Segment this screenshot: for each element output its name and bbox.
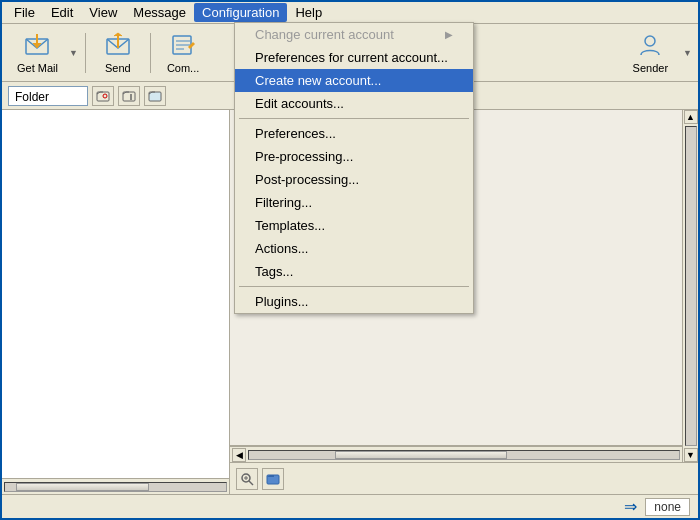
plugins-label: Plugins... [255, 294, 308, 309]
menu-item-actions[interactable]: Actions... [235, 237, 473, 260]
menu-edit[interactable]: Edit [43, 3, 81, 22]
svg-point-8 [645, 36, 655, 46]
submenu-arrow-icon: ▶ [445, 29, 453, 40]
configuration-menu[interactable]: Change current account ▶ Preferences for… [234, 22, 474, 314]
folder-icon-btn-1[interactable] [92, 86, 114, 106]
hscroll-thumb[interactable] [335, 451, 507, 459]
pre-processing-label: Pre-processing... [255, 149, 353, 164]
menu-message[interactable]: Message [125, 3, 194, 22]
menu-item-templates[interactable]: Templates... [235, 214, 473, 237]
svg-line-16 [249, 481, 253, 485]
vertical-scrollbar[interactable]: ▲ ▼ [682, 110, 698, 462]
sender-button[interactable]: Sender [624, 26, 677, 79]
toolbar-sep-2 [150, 33, 151, 73]
menu-item-pre-processing[interactable]: Pre-processing... [235, 145, 473, 168]
get-mail-label: Get Mail [17, 62, 58, 74]
preferences-current-label: Preferences for current account... [255, 50, 448, 65]
create-new-account-label: Create new account... [255, 73, 381, 88]
send-label: Send [105, 62, 131, 74]
statusbar: ⇒ none [2, 494, 698, 518]
vscroll-up-btn[interactable]: ▲ [684, 110, 698, 124]
compose-icon [169, 31, 197, 59]
get-mail-dropdown-arrow[interactable]: ▼ [69, 48, 78, 58]
get-mail-icon [23, 31, 51, 59]
menu-configuration[interactable]: Configuration [194, 3, 287, 22]
hscroll-left-btn[interactable]: ◀ [232, 448, 246, 462]
menu-file[interactable]: File [6, 3, 43, 22]
vscroll-down-btn[interactable]: ▼ [684, 448, 698, 462]
toolbar-sep-1 [85, 33, 86, 73]
tags-label: Tags... [255, 264, 293, 279]
hscroll-track[interactable] [248, 450, 680, 460]
menu-item-change-account[interactable]: Change current account ▶ [235, 23, 473, 46]
left-panel [2, 110, 230, 494]
menu-help[interactable]: Help [287, 3, 330, 22]
folder-input[interactable]: Folder [8, 86, 88, 106]
status-none-label: none [645, 498, 690, 516]
menu-item-create-new-account[interactable]: Create new account... [235, 69, 473, 92]
menu-separator-2 [239, 286, 469, 287]
templates-label: Templates... [255, 218, 325, 233]
folder-action-btn[interactable] [262, 468, 284, 490]
send-icon [104, 31, 132, 59]
horizontal-scrollbar[interactable]: ◀ ▶ [230, 446, 698, 462]
menu-item-post-processing[interactable]: Post-processing... [235, 168, 473, 191]
svg-point-13 [130, 98, 132, 100]
menu-item-filtering[interactable]: Filtering... [235, 191, 473, 214]
svg-point-10 [103, 94, 107, 98]
compose-button[interactable]: Com... [158, 26, 208, 79]
actions-label: Actions... [255, 241, 308, 256]
zoom-icon-btn[interactable] [236, 468, 258, 490]
sender-label: Sender [633, 62, 668, 74]
get-mail-group: Get Mail ▼ [8, 26, 78, 79]
sender-dropdown-arrow[interactable]: ▼ [683, 48, 692, 58]
filtering-label: Filtering... [255, 195, 312, 210]
menubar: File Edit View Message Configuration Hel… [2, 2, 698, 24]
menu-item-preferences[interactable]: Preferences... [235, 122, 473, 145]
compose-label: Com... [167, 62, 199, 74]
menu-item-edit-accounts[interactable]: Edit accounts... [235, 92, 473, 115]
folder-icon-btn-3[interactable] [144, 86, 166, 106]
bottom-toolbar: ▲ ▼ [230, 462, 698, 494]
folder-icon-btn-2[interactable] [118, 86, 140, 106]
menu-item-preferences-current[interactable]: Preferences for current account... [235, 46, 473, 69]
menu-item-plugins[interactable]: Plugins... [235, 290, 473, 313]
left-panel-content [2, 110, 229, 478]
menu-item-tags[interactable]: Tags... [235, 260, 473, 283]
edit-accounts-label: Edit accounts... [255, 96, 344, 111]
menu-view[interactable]: View [81, 3, 125, 22]
vscroll-track[interactable] [685, 126, 697, 446]
menu-separator-1 [239, 118, 469, 119]
change-account-label: Change current account [255, 27, 394, 42]
sender-icon [636, 31, 664, 59]
send-button[interactable]: Send [93, 26, 143, 79]
post-processing-label: Post-processing... [255, 172, 359, 187]
preferences-label: Preferences... [255, 126, 336, 141]
get-mail-button[interactable]: Get Mail [8, 26, 67, 79]
status-arrow-icon: ⇒ [624, 497, 637, 516]
